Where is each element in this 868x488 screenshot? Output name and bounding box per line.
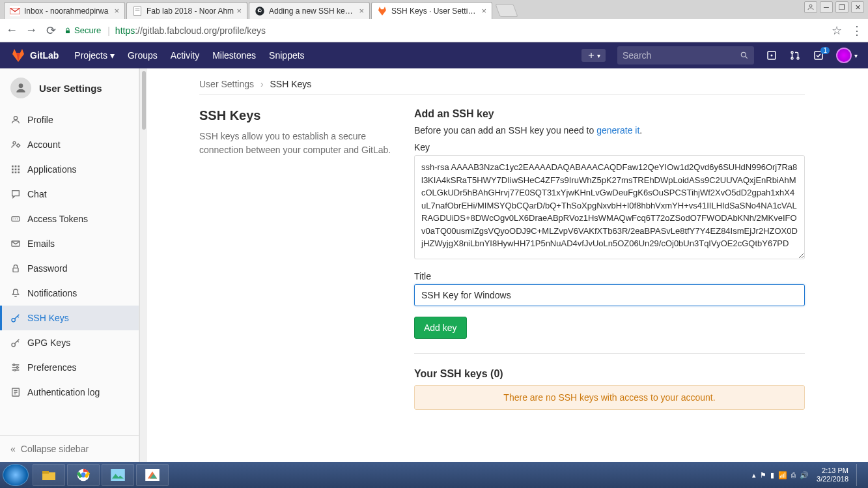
- search-box[interactable]: [617, 46, 754, 65]
- nav-items: Projects▾ Groups Activity Milestones Sni…: [74, 50, 304, 61]
- svg-rect-23: [15, 169, 17, 171]
- tab-close-icon[interactable]: ×: [114, 6, 119, 16]
- svg-point-11: [791, 51, 793, 53]
- token-icon: [10, 214, 21, 224]
- gitlab-logo[interactable]: GitLab: [10, 48, 59, 63]
- log-icon: [10, 387, 21, 397]
- svg-point-34: [12, 319, 15, 322]
- sidebar-item-profile[interactable]: Profile: [0, 108, 139, 132]
- sidebar-item-gpg-keys[interactable]: GPG Keys: [0, 330, 139, 355]
- sidebar-item-chat[interactable]: Chat: [0, 182, 139, 207]
- forward-button[interactable]: →: [25, 24, 38, 37]
- sidebar-item-applications[interactable]: Applications: [0, 157, 139, 182]
- close-window-button[interactable]: ✕: [851, 1, 864, 13]
- tab-close-icon[interactable]: ×: [236, 6, 242, 16]
- add-key-button[interactable]: Add key: [414, 317, 467, 339]
- chevrons-left-icon: «: [10, 444, 16, 454]
- sidebar-item-password[interactable]: Password: [0, 256, 139, 281]
- reload-button[interactable]: ⟳: [44, 24, 57, 37]
- sidebar-item-label: Preferences: [27, 362, 76, 373]
- document-icon: [132, 6, 143, 16]
- chevron-down-icon: ▾: [597, 52, 600, 59]
- volume-icon[interactable]: 🔊: [800, 471, 809, 480]
- browser-tab[interactable]: Inbox - noorahmedpirwa ×: [4, 2, 125, 19]
- address-bar[interactable]: Secure | https://gitlab.fabcloud.org/pro…: [64, 25, 825, 36]
- svg-rect-41: [42, 471, 49, 474]
- sidebar-item-auth-log[interactable]: Authentication log: [0, 380, 139, 405]
- key-textarea[interactable]: [414, 155, 805, 259]
- merge-requests-icon[interactable]: [789, 50, 801, 61]
- battery-icon[interactable]: ▮: [770, 471, 774, 480]
- search-icon: [740, 51, 749, 60]
- sidebar-item-account[interactable]: Account: [0, 132, 139, 157]
- nav-projects[interactable]: Projects▾: [74, 50, 115, 61]
- clock[interactable]: 2:13 PM 3/22/2018: [813, 466, 852, 483]
- browser-tab[interactable]: Adding a new SSH key to ×: [249, 2, 370, 19]
- sidebar-scrollbar-thumb[interactable]: [142, 71, 146, 130]
- maximize-button[interactable]: ❐: [835, 1, 848, 13]
- collapse-sidebar[interactable]: « Collapse sidebar: [0, 435, 139, 462]
- sidebar: User Settings Profile Account Applicatio…: [0, 68, 139, 462]
- tab-close-icon[interactable]: ×: [481, 6, 486, 16]
- nav-activity[interactable]: Activity: [171, 50, 199, 61]
- wifi-icon[interactable]: ⎙: [791, 471, 796, 479]
- browser-tab-active[interactable]: SSH Keys · User Settings ×: [371, 2, 492, 19]
- todo-badge: 1: [820, 47, 830, 54]
- search-input[interactable]: [623, 50, 740, 61]
- user-menu[interactable]: ▾: [836, 48, 858, 63]
- email-icon: [10, 238, 21, 249]
- breadcrumb-root[interactable]: User Settings: [199, 79, 254, 89]
- back-button[interactable]: ←: [5, 24, 18, 37]
- taskbar-explorer[interactable]: [33, 464, 65, 486]
- new-tab-button[interactable]: [495, 4, 518, 17]
- sidebar-item-preferences[interactable]: Preferences: [0, 355, 139, 380]
- network-icon[interactable]: 📶: [778, 471, 787, 480]
- nav-snippets[interactable]: Snippets: [269, 50, 304, 61]
- gmail-icon: [10, 6, 20, 16]
- title-input[interactable]: [414, 284, 805, 306]
- taskbar-chrome[interactable]: [67, 464, 100, 486]
- svg-point-17: [13, 141, 16, 144]
- system-tray: ▴ ⚑ ▮ 📶 ⎙ 🔊 2:13 PM 3/22/2018: [752, 464, 865, 486]
- start-button[interactable]: [3, 464, 29, 486]
- user-button[interactable]: [804, 1, 817, 13]
- svg-point-30: [15, 218, 16, 219]
- tab-title: Fab lab 2018 - Noor Ahm: [147, 7, 234, 16]
- bookmark-star-icon[interactable]: ☆: [832, 23, 842, 38]
- preferences-icon: [10, 362, 21, 373]
- minimize-button[interactable]: ─: [820, 1, 833, 13]
- nav-groups[interactable]: Groups: [128, 50, 158, 61]
- sidebar-item-label: Chat: [27, 189, 47, 199]
- sidebar-item-label: SSH Keys: [27, 313, 69, 323]
- chrome-menu-icon[interactable]: ⋮: [851, 23, 863, 38]
- gitlab-icon: [10, 48, 26, 63]
- tray-arrow-icon[interactable]: ▴: [752, 471, 756, 480]
- taskbar-app[interactable]: [136, 464, 169, 486]
- divider: [414, 353, 805, 354]
- svg-point-31: [17, 218, 18, 219]
- sidebar-item-ssh-keys[interactable]: SSH Keys: [0, 306, 139, 330]
- tab-title: Inbox - noorahmedpirwa: [24, 7, 111, 16]
- key-label: Key: [414, 142, 805, 152]
- sidebar-scrollbar-track[interactable]: [139, 68, 147, 462]
- sidebar-item-label: Password: [27, 263, 67, 274]
- flag-icon[interactable]: ⚑: [760, 471, 766, 480]
- nav-milestones[interactable]: Milestones: [212, 50, 256, 61]
- sidebar-item-notifications[interactable]: Notifications: [0, 281, 139, 306]
- avatar: [836, 48, 852, 63]
- todos-icon[interactable]: 1: [813, 50, 824, 61]
- tab-close-icon[interactable]: ×: [359, 6, 364, 16]
- key-icon: [10, 337, 21, 348]
- chevron-down-icon: ▾: [110, 50, 115, 61]
- new-dropdown[interactable]: ▾: [581, 49, 606, 62]
- issues-icon[interactable]: [766, 50, 777, 61]
- sidebar-item-access-tokens[interactable]: Access Tokens: [0, 207, 139, 231]
- main-content: User Settings › SSH Keys SSH Keys SSH ke…: [147, 68, 868, 462]
- browser-tab[interactable]: Fab lab 2018 - Noor Ahm ×: [126, 2, 247, 19]
- svg-point-10: [771, 55, 773, 57]
- chevron-down-icon: ▾: [854, 52, 858, 59]
- taskbar-app[interactable]: [102, 464, 134, 486]
- sidebar-item-emails[interactable]: Emails: [0, 231, 139, 256]
- show-desktop-button[interactable]: [856, 464, 861, 486]
- generate-link[interactable]: generate it: [596, 125, 639, 136]
